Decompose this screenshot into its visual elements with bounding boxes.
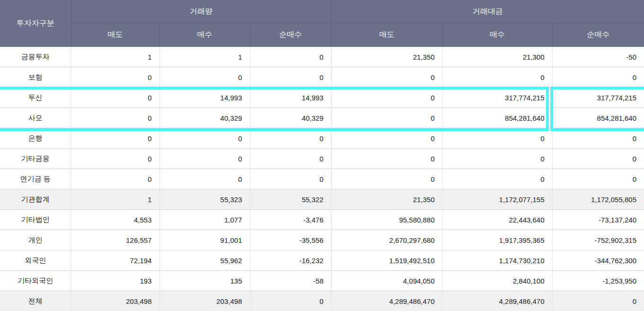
value-cell: 0 bbox=[250, 291, 331, 311]
table-row[interactable]: 전체203,498203,49804,289,486,4704,289,486,… bbox=[0, 291, 644, 311]
value-cell: 55,322 bbox=[250, 189, 331, 210]
value-cell: -73,137,240 bbox=[552, 210, 644, 230]
value-cell: -752,902,315 bbox=[552, 230, 644, 250]
value-cell: 0 bbox=[250, 67, 331, 88]
value-cell: 0 bbox=[442, 67, 552, 88]
value-cell: 0 bbox=[442, 149, 552, 169]
value-cell: -35,556 bbox=[250, 230, 331, 250]
value-cell: 0 bbox=[71, 67, 159, 88]
value-cell: 14,993 bbox=[250, 88, 331, 108]
value-cell: 317,774,215 bbox=[442, 88, 552, 108]
header-group-value: 거래대금 bbox=[331, 0, 644, 23]
value-cell: 0 bbox=[552, 67, 644, 88]
value-cell: 1,172,077,155 bbox=[442, 189, 552, 210]
row-label: 보험 bbox=[0, 67, 71, 88]
value-cell: 0 bbox=[331, 88, 442, 108]
value-cell: 55,962 bbox=[159, 250, 250, 271]
value-cell: 193 bbox=[71, 271, 159, 291]
value-cell: 0 bbox=[159, 169, 250, 189]
value-cell: 0 bbox=[331, 67, 442, 88]
table-header: 투자자구분 거래량 거래대금 매도 매수 순매수 매도 매수 순매수 bbox=[0, 0, 644, 47]
header-volume-net: 순매수 bbox=[250, 23, 331, 47]
value-cell: 0 bbox=[71, 108, 159, 128]
value-cell: -3,476 bbox=[250, 210, 331, 230]
table-row[interactable]: 연기금 등000000 bbox=[0, 169, 644, 189]
table-row[interactable]: 금융투자11021,35021,300-50 bbox=[0, 47, 644, 67]
row-label: 개인 bbox=[0, 230, 71, 250]
value-cell: 203,498 bbox=[71, 291, 159, 311]
value-cell: 1 bbox=[71, 189, 159, 210]
row-label: 외국인 bbox=[0, 250, 71, 271]
value-cell: 0 bbox=[552, 149, 644, 169]
value-cell: 0 bbox=[552, 128, 644, 149]
value-cell: 0 bbox=[159, 128, 250, 149]
table-row[interactable]: 보험000000 bbox=[0, 67, 644, 88]
value-cell: 1,172,055,805 bbox=[552, 189, 644, 210]
value-cell: 22,443,640 bbox=[442, 210, 552, 230]
value-cell: 1,519,492,510 bbox=[331, 250, 442, 271]
value-cell: 0 bbox=[552, 169, 644, 189]
table-row[interactable]: 사모040,32940,3290854,281,640854,281,640 bbox=[0, 108, 644, 128]
value-cell: 0 bbox=[159, 149, 250, 169]
table-row[interactable]: 외국인72,19455,962-16,2321,519,492,5101,174… bbox=[0, 250, 644, 271]
value-cell: 0 bbox=[552, 291, 644, 311]
value-cell: 0 bbox=[442, 128, 552, 149]
value-cell: 0 bbox=[159, 67, 250, 88]
row-label: 사모 bbox=[0, 108, 71, 128]
value-cell: 21,300 bbox=[442, 47, 552, 67]
value-cell: 0 bbox=[250, 128, 331, 149]
value-cell: 91,001 bbox=[159, 230, 250, 250]
value-cell: -16,232 bbox=[250, 250, 331, 271]
value-cell: 2,670,297,680 bbox=[331, 230, 442, 250]
investor-trading-table: 투자자구분 거래량 거래대금 매도 매수 순매수 매도 매수 순매수 금융투자1… bbox=[0, 0, 644, 311]
value-cell: 21,350 bbox=[331, 189, 442, 210]
table-row[interactable]: 기타외국인193135-584,094,0502,840,100-1,253,9… bbox=[0, 271, 644, 291]
value-cell: 0 bbox=[250, 47, 331, 67]
value-cell: 1,077 bbox=[159, 210, 250, 230]
value-cell: -344,762,300 bbox=[552, 250, 644, 271]
value-cell: 0 bbox=[71, 128, 159, 149]
value-cell: 135 bbox=[159, 271, 250, 291]
table-row[interactable]: 은행000000 bbox=[0, 128, 644, 149]
value-cell: 0 bbox=[71, 88, 159, 108]
row-label: 금융투자 bbox=[0, 47, 71, 67]
header-group-volume: 거래량 bbox=[71, 0, 331, 23]
table-row[interactable]: 개인126,55791,001-35,5562,670,297,6801,917… bbox=[0, 230, 644, 250]
value-cell: 4,289,486,470 bbox=[331, 291, 442, 311]
row-label: 기타법인 bbox=[0, 210, 71, 230]
value-cell: 1 bbox=[159, 47, 250, 67]
value-cell: -1,253,950 bbox=[552, 271, 644, 291]
row-label: 전체 bbox=[0, 291, 71, 311]
value-cell: 72,194 bbox=[71, 250, 159, 271]
value-cell: 203,498 bbox=[159, 291, 250, 311]
investor-trading-table-screen: 투자자구분 거래량 거래대금 매도 매수 순매수 매도 매수 순매수 금융투자1… bbox=[0, 0, 644, 311]
value-cell: 1,917,395,365 bbox=[442, 230, 552, 250]
table-row[interactable]: 기타법인4,5531,077-3,47695,580,88022,443,640… bbox=[0, 210, 644, 230]
table-row[interactable]: 기관합계155,32355,32221,3501,172,077,1551,17… bbox=[0, 189, 644, 210]
table-body: 금융투자11021,35021,300-50보험000000투신014,9931… bbox=[0, 47, 644, 311]
header-investor-category: 투자자구분 bbox=[0, 0, 71, 47]
table-row[interactable]: 투신014,99314,9930317,774,215317,774,215 bbox=[0, 88, 644, 108]
value-cell: 1 bbox=[71, 47, 159, 67]
value-cell: 0 bbox=[331, 128, 442, 149]
value-cell: 4,094,050 bbox=[331, 271, 442, 291]
value-cell: 0 bbox=[331, 149, 442, 169]
header-value-net: 순매수 bbox=[552, 23, 644, 47]
value-cell: 0 bbox=[71, 149, 159, 169]
header-value-buy: 매수 bbox=[442, 23, 552, 47]
value-cell: -50 bbox=[552, 47, 644, 67]
value-cell: 317,774,215 bbox=[552, 88, 644, 108]
value-cell: 1,174,730,210 bbox=[442, 250, 552, 271]
value-cell: 0 bbox=[331, 108, 442, 128]
row-label: 기관합계 bbox=[0, 189, 71, 210]
value-cell: 55,323 bbox=[159, 189, 250, 210]
value-cell: 854,281,640 bbox=[442, 108, 552, 128]
value-cell: 14,993 bbox=[159, 88, 250, 108]
value-cell: 126,557 bbox=[71, 230, 159, 250]
row-label: 기타외국인 bbox=[0, 271, 71, 291]
value-cell: 854,281,640 bbox=[552, 108, 644, 128]
value-cell: 40,329 bbox=[250, 108, 331, 128]
value-cell: 95,580,880 bbox=[331, 210, 442, 230]
value-cell: 2,840,100 bbox=[442, 271, 552, 291]
table-row[interactable]: 기타금융000000 bbox=[0, 149, 644, 169]
